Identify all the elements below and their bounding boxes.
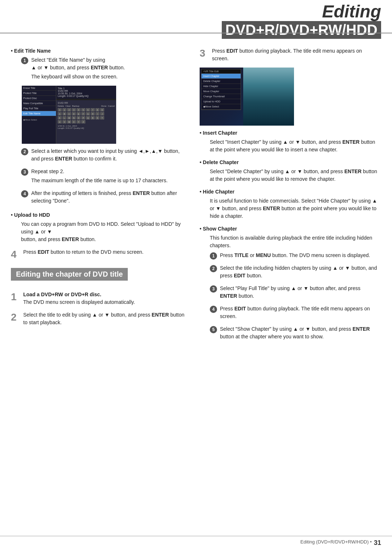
show-step-1: 1 Press TITLE or MENU button. The DVD me…: [210, 252, 377, 261]
step-3: 3 Repeat step 2. The maximum length of t…: [11, 168, 189, 186]
delete-chapter-heading: Delete Chapter: [203, 159, 239, 165]
ss-menu-move-select: ◆Move Select: [201, 104, 241, 110]
show-step-3-content: Select "Play Full Title" by using ▲ or ▼…: [220, 285, 377, 301]
chapter-step-2-content: Select the title to edit by using ▲ or ▼…: [23, 311, 189, 328]
ss-item-make-compat: Make Compatible: [22, 101, 56, 106]
ss-kb-row-2: ABCDEFGHIJ: [58, 112, 115, 115]
title-edit-screenshot: +VR Title Edit Insert Chapter Delete Cha…: [200, 68, 294, 126]
step-num-4: 4: [21, 190, 28, 197]
ss-menu-hide: Hide Chapter: [201, 84, 241, 89]
ss-menu-move: Move Chapter: [201, 89, 241, 94]
chapter-section-heading: Editing the chapter of DVD title: [11, 268, 128, 281]
delete-chapter-section: • Delete Chapter Select "Delete Chapter"…: [200, 159, 377, 183]
ss-menu-upload: Upload to HDD: [201, 99, 241, 104]
show-step-2: 2 Select the title including hidden chap…: [210, 264, 377, 281]
ss-right-menu: +VR Title Edit Insert Chapter Delete Cha…: [201, 69, 241, 110]
dvd-label: DVD+R/DVD+RW/HDD: [222, 21, 381, 39]
ss-keyboard: SVID RR DeleteClearBackupDoneCancel 0123…: [56, 100, 116, 144]
hide-chapter-section: • Hide Chapter It is useful function to …: [200, 188, 377, 220]
ss-item-erase: Erase Title: [22, 86, 56, 91]
step-num-4-main: 4: [11, 248, 20, 261]
ss-kb-row-1: 0123456789: [58, 108, 115, 111]
chapter-section-heading-wrapper: Editing the chapter of DVD title: [11, 268, 189, 286]
ss-item-protect-disc: Protect Disc: [22, 96, 56, 101]
chapter-step-2: 2 Select the title to edit by using ▲ or…: [11, 311, 189, 328]
ss-right-bg-image: [243, 68, 294, 126]
step-4-content: After the inputting of letters is finish…: [31, 190, 189, 206]
page-header: Editing DVD+R/DVD+RW/HDD: [0, 0, 392, 40]
show-step-num-4: 4: [210, 306, 217, 313]
right-column: 3 Press EDIT button during playback. The…: [200, 47, 377, 347]
keyboard-screenshot: Erase Title Protect Title Protect Disc M…: [22, 86, 116, 144]
show-step-num-3: 3: [210, 285, 217, 293]
ss-menu-change-thumb: Change Thumbnail: [201, 94, 241, 99]
show-step-num-5: 5: [210, 326, 217, 333]
step-4-main: 4 Press EDIT button to return to the DVD…: [11, 248, 189, 261]
footer-text: Editing (DVD+R/DVD+RW/HDD) •: [301, 539, 372, 547]
chapter-step-1-content: Load a DVD+RW or DVD+R disc. The DVD men…: [23, 291, 189, 307]
step-num-1: 1: [21, 57, 28, 64]
chapter-step-1: 1 Load a DVD+RW or DVD+R disc. The DVD m…: [11, 291, 189, 307]
edit-title-name-heading: Edit Title Name: [14, 48, 51, 54]
page-footer: Editing (DVD+R/DVD+RW/HDD) • 31: [0, 536, 392, 547]
step-3-content: Repeat step 2. The maximum length of the…: [31, 168, 189, 186]
show-step-1-content: Press TITLE or MENU button. The DVD menu…: [220, 252, 377, 261]
ss-kb-row-4: UVWXYZ: [58, 120, 115, 123]
ss-item-play-full: Play Full Title: [22, 106, 56, 111]
page-number: 31: [374, 539, 381, 547]
bullet-dot: •: [11, 48, 13, 54]
step-4: 4 After the inputting of letters is fini…: [11, 190, 189, 206]
ss-vr-title-edit: +VR Title Edit: [201, 69, 241, 74]
hide-chapter-heading: Hide Chapter: [203, 189, 234, 195]
main-content: • Edit Title Name 1 Select "Edit Title N…: [0, 40, 392, 358]
show-step-5: 5 Select "Show Chapter" by using ▲ or ▼ …: [210, 325, 377, 342]
step-num-3: 3: [21, 168, 28, 176]
ss-menu-delete: Delete Chapter: [201, 79, 241, 84]
ss-sidebar: Erase Title Protect Title Protect Disc M…: [22, 86, 56, 144]
ss-title-area: Title 1 SVID RR 10.50.50, 1 Oct, 2004 Le…: [56, 86, 116, 99]
show-chapter-section: • Show Chapter This function is availabl…: [200, 225, 377, 342]
chapter-step-num-1: 1: [11, 291, 20, 303]
right-step-3-content: Press EDIT button during playback. The t…: [212, 47, 377, 64]
step-2: 2 Select a letter which you want to inpu…: [11, 147, 189, 164]
step-1: 1 Select "Edit Title Name" by using ▲ or…: [11, 56, 189, 82]
upload-to-hdd-section: • Upload to HDD You can copy a program f…: [11, 211, 189, 243]
editing-label: Editing: [222, 3, 381, 20]
step-num-2: 2: [21, 148, 28, 155]
ss-menu-insert: Insert Chapter: [201, 74, 241, 79]
right-step-3: 3 Press EDIT button during playback. The…: [200, 47, 377, 64]
show-step-4: 4 Press EDIT button during playback. The…: [210, 305, 377, 322]
step-4-main-content: Press EDIT button to return to the DVD m…: [23, 248, 189, 257]
ss-kb-row-3: KLMNOPQRST: [58, 116, 115, 119]
upload-hdd-heading: Upload to HDD: [14, 212, 50, 218]
show-step-3: 3 Select "Play Full Title" by using ▲ or…: [210, 285, 377, 301]
show-chapter-heading: Show Chapter: [203, 226, 237, 232]
ss-move-select: ◆Move Select: [22, 118, 56, 122]
header-divider: [0, 33, 392, 33]
step-1-content: Select "Edit Title Name" by using ▲ or ▼…: [31, 56, 189, 82]
insert-chapter-section: • Insert Chapter Select "Insert Chapter"…: [200, 129, 377, 154]
show-step-5-content: Select "Show Chapter" by using ▲ or ▼ bu…: [220, 325, 377, 342]
show-step-num-2: 2: [210, 265, 217, 272]
ss-item-edit-title: Edit Title Name: [22, 111, 56, 116]
step-2-content: Select a letter which you want to input …: [31, 147, 189, 164]
chapter-step-num-2: 2: [11, 311, 20, 323]
insert-chapter-heading: Insert Chapter: [203, 130, 237, 136]
edit-title-name-section: • Edit Title Name 1 Select "Edit Title N…: [11, 47, 189, 206]
right-step-num-3: 3: [200, 47, 209, 60]
left-column: • Edit Title Name 1 Select "Edit Title N…: [11, 47, 189, 347]
show-step-4-content: Press EDIT button during playback. The t…: [220, 305, 377, 322]
ss-item-protect-title: Protect Title: [22, 91, 56, 96]
show-step-2-content: Select the title including hidden chapte…: [220, 264, 377, 281]
show-step-num-1: 1: [210, 252, 217, 260]
